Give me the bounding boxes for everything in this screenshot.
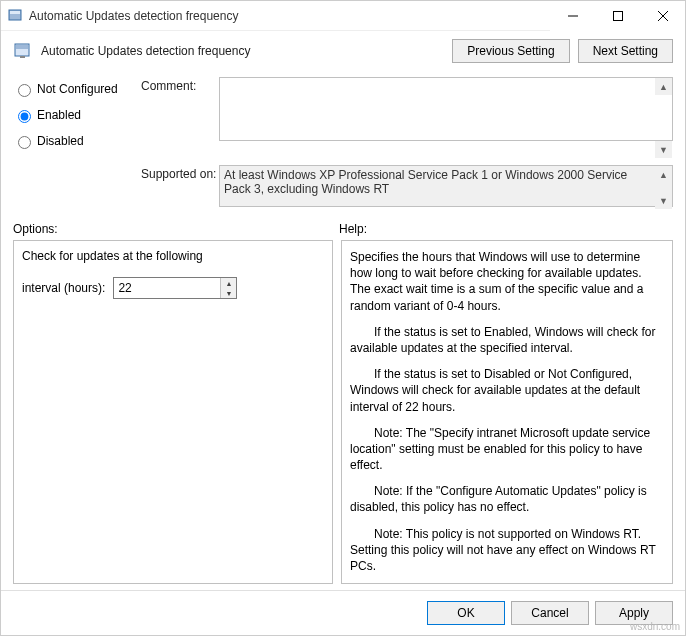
options-panel: Check for updates at the following inter… — [13, 240, 333, 584]
check-updates-label: Check for updates at the following — [22, 249, 324, 263]
spinner-down-button[interactable]: ▼ — [221, 288, 236, 298]
spinner-up-button[interactable]: ▲ — [221, 278, 236, 288]
scroll-down-icon[interactable]: ▼ — [655, 141, 672, 158]
window-controls — [550, 1, 685, 31]
radio-not-configured[interactable]: Not Configured — [13, 81, 141, 97]
interval-input[interactable] — [114, 278, 220, 298]
radio-disabled-label: Disabled — [37, 134, 84, 148]
svg-rect-7 — [16, 45, 28, 49]
comment-label: Comment: — [141, 77, 219, 159]
dialog-buttons: OK Cancel Apply — [1, 590, 685, 635]
previous-setting-button[interactable]: Previous Setting — [452, 39, 569, 63]
help-text: Note: This policy is not supported on Wi… — [350, 526, 664, 575]
options-label: Options: — [13, 222, 339, 236]
maximize-button[interactable] — [595, 1, 640, 31]
supported-on-text — [219, 165, 673, 207]
policy-title: Automatic Updates detection frequency — [41, 44, 444, 58]
state-radios: Not Configured Enabled Disabled — [13, 77, 141, 159]
radio-enabled[interactable]: Enabled — [13, 107, 141, 123]
radio-not-configured-input[interactable] — [18, 84, 31, 97]
help-text: Note: If the "Configure Automatic Update… — [350, 483, 664, 515]
radio-disabled[interactable]: Disabled — [13, 133, 141, 149]
radio-disabled-input[interactable] — [18, 136, 31, 149]
policy-window: Automatic Updates detection frequency Au… — [0, 0, 686, 636]
help-text: Specifies the hours that Windows will us… — [350, 249, 664, 314]
config-row: Not Configured Enabled Disabled Comment:… — [1, 67, 685, 159]
next-setting-button[interactable]: Next Setting — [578, 39, 673, 63]
cancel-button[interactable]: Cancel — [511, 601, 589, 625]
svg-rect-8 — [20, 56, 25, 58]
help-panel: Specifies the hours that Windows will us… — [341, 240, 673, 584]
close-button[interactable] — [640, 1, 685, 31]
ok-button[interactable]: OK — [427, 601, 505, 625]
radio-enabled-input[interactable] — [18, 110, 31, 123]
svg-rect-3 — [613, 11, 622, 20]
titlebar: Automatic Updates detection frequency — [1, 1, 685, 31]
scroll-up-icon[interactable]: ▲ — [655, 78, 672, 95]
panels: Check for updates at the following inter… — [1, 236, 685, 590]
policy-icon — [13, 41, 33, 61]
comment-textarea[interactable] — [219, 77, 673, 141]
help-label: Help: — [339, 222, 367, 236]
comment-area: Comment: ▲ ▼ — [141, 77, 673, 159]
help-text: Note: The "Specify intranet Microsoft up… — [350, 425, 664, 474]
scroll-down-icon[interactable]: ▼ — [655, 192, 672, 209]
radio-enabled-label: Enabled — [37, 108, 81, 122]
supported-row: Supported on: ▲ ▼ — [1, 159, 685, 216]
minimize-button[interactable] — [550, 1, 595, 31]
radio-not-configured-label: Not Configured — [37, 82, 118, 96]
app-icon — [7, 8, 23, 24]
apply-button[interactable]: Apply — [595, 601, 673, 625]
scroll-up-icon[interactable]: ▲ — [655, 166, 672, 183]
header-row: Automatic Updates detection frequency Pr… — [1, 31, 685, 67]
section-labels: Options: Help: — [1, 216, 685, 236]
window-title: Automatic Updates detection frequency — [29, 9, 550, 23]
interval-label: interval (hours): — [22, 281, 105, 295]
svg-rect-1 — [10, 11, 20, 14]
supported-label: Supported on: — [141, 165, 219, 210]
help-text: If the status is set to Enabled, Windows… — [350, 324, 664, 356]
help-text: If the status is set to Disabled or Not … — [350, 366, 664, 415]
